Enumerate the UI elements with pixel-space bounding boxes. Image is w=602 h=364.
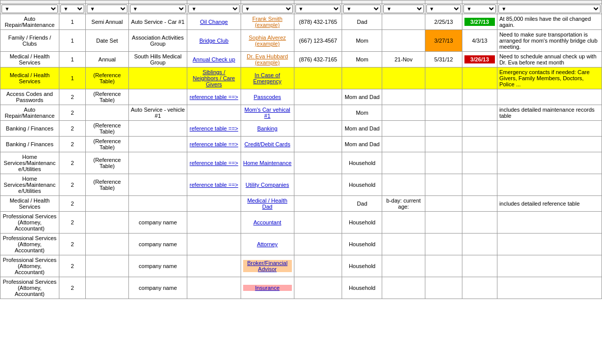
- contact-link[interactable]: Credit/Debit Cards: [244, 141, 290, 147]
- contact-link[interactable]: Broker/Financial Advisor: [247, 260, 287, 272]
- contact-link[interactable]: Dr. Eva Hubbard (example): [247, 53, 288, 65]
- cell-lastcontact: 2/25/13: [425, 14, 462, 30]
- cell-company: [128, 68, 187, 89]
- cell-status: [86, 212, 128, 234]
- cell-bday: [382, 105, 425, 121]
- filter-appt[interactable]: ▼: [188, 5, 239, 13]
- appt-link[interactable]: reference table ==>: [190, 125, 239, 131]
- appt-link[interactable]: Siblings / Neighbors / Care Givers: [193, 69, 235, 87]
- cell-lastcontact: [425, 277, 462, 299]
- contact-link[interactable]: Passcodes: [254, 94, 281, 100]
- cell-company: [128, 121, 187, 137]
- cell-priority: 2: [59, 277, 86, 299]
- contact-link[interactable]: Frank Smith (example): [252, 16, 282, 28]
- cell-company: company name: [128, 255, 187, 277]
- contact-link[interactable]: Sophia Alverez (example): [249, 35, 286, 47]
- cell-company: Auto Service - vehicle #1: [128, 105, 187, 121]
- cell-phone: [294, 105, 342, 121]
- filter-row[interactable]: ▼ ▼ ▼ ▼ ▼ ▼ ▼ ▼ ▼ ▼ ▼ ▼: [1, 4, 602, 14]
- cell-priority: 2: [59, 89, 86, 105]
- cell-lastcontact: [425, 105, 462, 121]
- cell-phone: [294, 234, 342, 255]
- filter-comments[interactable]: ▼: [498, 5, 600, 13]
- contact-link[interactable]: Accountant: [253, 219, 281, 225]
- cell-appt: reference table ==>: [187, 89, 241, 105]
- appt-link[interactable]: reference table ==>: [190, 160, 239, 166]
- header-lastcontact: [425, 1, 462, 4]
- cell-contact: Banking: [241, 121, 294, 137]
- cell-followup: 3/27/13: [462, 14, 497, 30]
- contact-link[interactable]: Insurance: [255, 285, 279, 291]
- cell-priority: 2: [59, 152, 86, 174]
- cell-comments: includes detailed maintenance records ta…: [497, 105, 601, 121]
- cell-priority: 2: [59, 212, 86, 234]
- cell-contact: Utility Companies: [241, 174, 294, 196]
- cell-family: Household: [342, 277, 382, 299]
- appt-link[interactable]: reference table ==>: [190, 94, 239, 100]
- contact-link[interactable]: Attorney: [257, 241, 278, 247]
- followup-cell: 3/26/13: [464, 55, 494, 63]
- cell-status: [86, 234, 128, 255]
- cell-phone: [294, 277, 342, 299]
- filter-status[interactable]: ▼: [87, 5, 127, 13]
- filter-lastcontact[interactable]: ▼: [426, 5, 461, 13]
- filter-bday[interactable]: ▼: [383, 5, 423, 13]
- filter-contact[interactable]: ▼: [242, 5, 293, 13]
- cell-status: Date Set: [86, 30, 128, 52]
- cell-status: [86, 196, 128, 212]
- filter-followup[interactable]: ▼: [463, 5, 495, 13]
- contact-link[interactable]: Utility Companies: [246, 182, 289, 188]
- cell-contact: Passcodes: [241, 89, 294, 105]
- appt-link[interactable]: reference table ==>: [190, 141, 239, 147]
- filter-priority[interactable]: ▼: [60, 5, 85, 13]
- filter-company[interactable]: ▼: [130, 5, 186, 13]
- cell-appt: Bridge Club: [187, 30, 241, 52]
- cell-comments: [497, 137, 601, 152]
- appt-link[interactable]: Annual Check up: [193, 56, 236, 62]
- cell-family: Household: [342, 234, 382, 255]
- cell-priority: 2: [59, 255, 86, 277]
- contact-link[interactable]: Home Maintenance: [243, 160, 291, 166]
- contact-link[interactable]: Medical / Health Dad: [247, 197, 287, 210]
- cell-contact: Sophia Alverez (example): [241, 30, 294, 52]
- cell-contact: Credit/Debit Cards: [241, 137, 294, 152]
- cell-comments: [497, 152, 601, 174]
- cell-appt: [187, 212, 241, 234]
- table-row: Professional Services (Attorney, Account…: [1, 255, 602, 277]
- cell-priority: 2: [59, 105, 86, 121]
- cell-family: Mom and Dad: [342, 121, 382, 137]
- contact-link[interactable]: Banking: [257, 125, 278, 131]
- cell-family: Dad: [342, 14, 382, 30]
- appt-link[interactable]: Bridge Club: [199, 38, 228, 44]
- appt-link[interactable]: Oil Change: [200, 19, 228, 25]
- cell-family: Mom and Dad: [342, 137, 382, 152]
- table-body: Auto Repair/Maintenance 1 Semi Annual Au…: [1, 14, 602, 299]
- cell-lastcontact: [425, 234, 462, 255]
- cell-status: (Reference Table): [86, 137, 128, 152]
- cell-appt: reference table ==>: [187, 174, 241, 196]
- table-row: Professional Services (Attorney, Account…: [1, 277, 602, 299]
- filter-phone[interactable]: ▼: [295, 5, 341, 13]
- contact-link[interactable]: Mom's Car vehical #1: [245, 107, 290, 119]
- cell-status: (Reference Table): [86, 152, 128, 174]
- cell-status: (Reference Table): [86, 121, 128, 137]
- cell-company: [128, 152, 187, 174]
- cell-followup: [462, 234, 497, 255]
- header-category: [1, 1, 59, 4]
- cell-contact: Accountant: [241, 212, 294, 234]
- cell-category: Professional Services (Attorney, Account…: [1, 277, 59, 299]
- cell-comments: [497, 174, 601, 196]
- header-status: [86, 1, 128, 4]
- header-appt: [187, 1, 241, 4]
- cell-priority: 2: [59, 174, 86, 196]
- appt-link[interactable]: reference table ==>: [190, 182, 239, 188]
- filter-family[interactable]: ▼: [343, 5, 381, 13]
- contact-link[interactable]: In Case of Emergency: [253, 72, 282, 84]
- filter-category[interactable]: ▼: [2, 5, 58, 13]
- header-company: [128, 1, 187, 4]
- cell-family: Household: [342, 152, 382, 174]
- cell-company: South Hills Medical Group: [128, 52, 187, 68]
- cell-comments: includes detailed reference table: [497, 196, 601, 212]
- cell-priority: 1: [59, 52, 86, 68]
- cell-priority: 2: [59, 234, 86, 255]
